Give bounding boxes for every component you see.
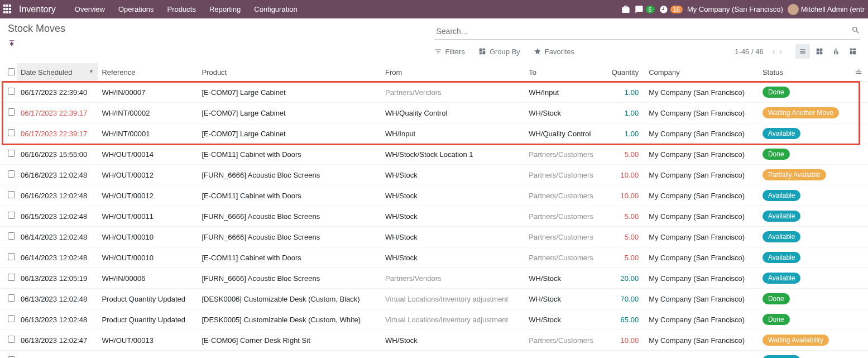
table-row[interactable]: 06/17/2023 22:39:17WH/INT/00001[E-COM07]… [0, 123, 868, 144]
cell-reference: WH/OUT/00011 [98, 206, 198, 227]
search-bar [434, 23, 861, 40]
row-checkbox[interactable] [8, 108, 15, 116]
cell-reference: WH/IN/00007 [98, 82, 198, 103]
col-quantity[interactable]: Quantity [605, 63, 646, 82]
cell-qty: 5.00 [605, 144, 646, 165]
search-icon[interactable] [851, 26, 860, 37]
cell-reference: WH/OUT/00010 [98, 247, 198, 268]
col-status[interactable]: Status [759, 63, 851, 82]
cell-product: [E-COM11] Cabinet with Doors [198, 185, 382, 206]
table-row[interactable]: 06/14/2023 12:02:48WH/OUT/00010[FURN_666… [0, 227, 868, 247]
cell-qty: 1.00 [605, 82, 646, 103]
view-pivot-button[interactable] [846, 44, 860, 59]
cell-date: 06/17/2023 22:39:17 [17, 103, 98, 123]
cell-company: My Company (San Francisco) [645, 185, 759, 206]
cell-from: WH/Stock [382, 185, 525, 206]
row-checkbox[interactable] [8, 294, 15, 302]
pager-text[interactable]: 1-46 / 46 [735, 47, 763, 56]
row-checkbox[interactable] [8, 88, 15, 95]
col-company[interactable]: Company [645, 63, 759, 82]
cell-qty: 1.00 [605, 103, 646, 123]
activities-button[interactable]: 16 [659, 5, 683, 14]
cell-qty: 10.00 [605, 185, 646, 206]
table-row[interactable]: 06/11/2023 10:37:15WH/OUT/00005[FURN_780… [0, 351, 868, 359]
cell-qty: 5.00 [605, 227, 646, 247]
app-title[interactable]: Inventory [19, 4, 56, 15]
col-reference[interactable]: Reference [98, 63, 198, 82]
table-row[interactable]: 06/17/2023 22:39:17WH/INT/00002[E-COM07]… [0, 103, 868, 123]
row-checkbox[interactable] [8, 150, 15, 157]
cell-company: My Company (San Francisco) [645, 165, 759, 185]
groupby-button[interactable]: Group By [478, 47, 520, 56]
nav-link-overview[interactable]: Overview [68, 1, 112, 18]
cell-product: [FURN_6666] Acoustic Bloc Screens [198, 165, 382, 185]
table-row[interactable]: 06/14/2023 12:02:48WH/OUT/00010[E-COM11]… [0, 247, 868, 268]
nav-link-reporting[interactable]: Reporting [203, 1, 247, 18]
cell-reference: WH/OUT/00013 [98, 330, 198, 351]
search-input[interactable] [434, 26, 848, 37]
cell-status: Done [759, 309, 851, 330]
col-date[interactable]: Date Scheduled▾ [17, 63, 98, 82]
cell-reference: WH/OUT/00014 [98, 144, 198, 165]
col-product[interactable]: Product [198, 63, 382, 82]
cell-to: WH/Stock [525, 309, 604, 330]
cell-product: [E-COM07] Large Cabinet [198, 82, 382, 103]
row-checkbox[interactable] [8, 129, 15, 136]
cell-to: Partners/Customers [525, 165, 604, 185]
cell-date: 06/17/2023 22:39:40 [17, 82, 98, 103]
cell-date: 06/13/2023 12:05:19 [17, 268, 98, 289]
table-row[interactable]: 06/13/2023 12:02:47WH/OUT/00013[E-COM06]… [0, 330, 868, 351]
cell-from: WH/Input [382, 123, 525, 144]
cell-product: [E-COM06] Corner Desk Right Sit [198, 330, 382, 351]
export-button[interactable] [8, 40, 16, 49]
cell-qty: 5.00 [605, 247, 646, 268]
table-row[interactable]: 06/15/2023 12:02:48WH/OUT/00011[FURN_666… [0, 206, 868, 227]
cell-reference: Product Quantity Updated [98, 289, 198, 309]
filters-button[interactable]: Filters [434, 47, 465, 56]
table-row[interactable]: 06/13/2023 12:02:48Product Quantity Upda… [0, 289, 868, 309]
apps-icon[interactable] [3, 4, 13, 15]
messages-button[interactable]: 6 [635, 5, 655, 14]
row-checkbox[interactable] [8, 212, 15, 219]
cell-reference: WH/OUT/00012 [98, 185, 198, 206]
user-menu[interactable]: Mitchell Admin (entr [788, 4, 865, 15]
pager-prev[interactable]: ‹ [770, 47, 778, 56]
table-row[interactable]: 06/16/2023 12:02:48WH/OUT/00012[E-COM11]… [0, 185, 868, 206]
table-row[interactable]: 06/13/2023 12:02:48Product Quantity Upda… [0, 309, 868, 330]
cell-from: Partners/Vendors [382, 82, 525, 103]
table-row[interactable]: 06/16/2023 12:02:48WH/OUT/00012[FURN_666… [0, 165, 868, 185]
row-checkbox[interactable] [8, 315, 15, 322]
table-row[interactable]: 06/17/2023 22:39:40WH/IN/00007[E-COM07] … [0, 82, 868, 103]
row-checkbox[interactable] [8, 274, 15, 281]
cell-from: Partners/Vendors [382, 268, 525, 289]
cell-qty: 10.00 [605, 330, 646, 351]
col-from[interactable]: From [382, 63, 525, 82]
row-checkbox[interactable] [8, 336, 15, 343]
nav-link-products[interactable]: Products [161, 1, 203, 18]
select-all-checkbox[interactable] [8, 68, 15, 75]
cell-to: Partners/Customers [525, 247, 604, 268]
cell-from: Virtual Locations/Inventory adjustment [382, 289, 525, 309]
cell-to: WH/Stock [525, 268, 604, 289]
row-checkbox[interactable] [8, 191, 15, 198]
nav-link-operations[interactable]: Operations [112, 1, 161, 18]
cell-qty: 20.00 [605, 268, 646, 289]
view-list-button[interactable] [795, 44, 810, 59]
cell-from: Virtual Locations/Inventory adjustment [382, 309, 525, 330]
tours-icon[interactable] [621, 5, 630, 14]
pager-next[interactable]: › [777, 47, 784, 56]
row-checkbox[interactable] [8, 170, 15, 178]
view-kanban-button[interactable] [812, 44, 827, 59]
favorites-button[interactable]: Favorites [534, 47, 574, 56]
nav-link-configuration[interactable]: Configuration [247, 1, 304, 18]
view-graph-button[interactable] [829, 44, 843, 59]
table-row[interactable]: 06/13/2023 12:05:19WH/IN/00006[FURN_6666… [0, 268, 868, 289]
row-checkbox[interactable] [8, 253, 15, 260]
row-checkbox[interactable] [8, 232, 15, 240]
optional-fields-button[interactable] [855, 69, 862, 77]
table-row[interactable]: 06/16/2023 15:55:00WH/OUT/00014[E-COM11]… [0, 144, 868, 165]
messages-count: 6 [646, 6, 655, 13]
company-switcher[interactable]: My Company (San Francisco) [687, 5, 783, 13]
col-to[interactable]: To [525, 63, 604, 82]
cell-to: Partners/Customers [525, 351, 604, 359]
